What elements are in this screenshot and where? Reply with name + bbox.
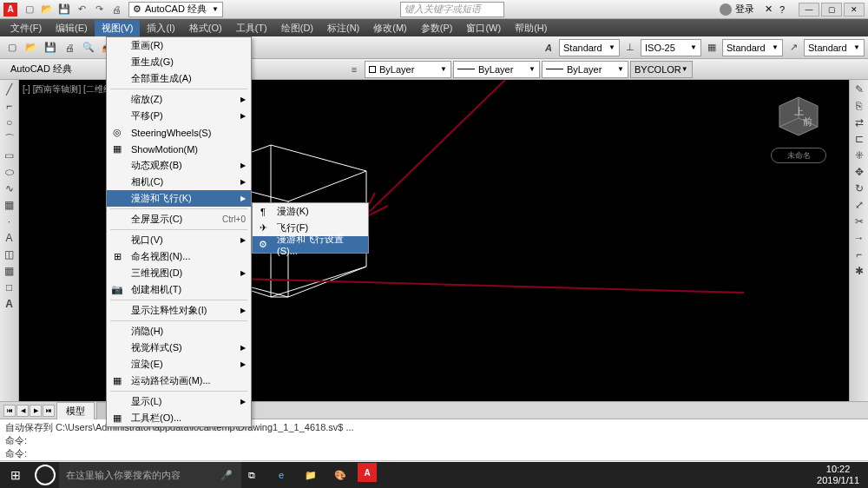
qat-save-icon[interactable]: 💾 [56, 2, 72, 17]
menu-item-运动路径动画(M)...[interactable]: ▦运动路径动画(M)... [107, 373, 251, 389]
explode-icon[interactable]: ✱ [852, 263, 867, 279]
menu-item-SteeringWheels(S)[interactable]: ◎SteeringWheels(S) [107, 124, 251, 141]
menu-item-平移(P)[interactable]: 平移(P)▶ [107, 108, 251, 124]
menu-item-显示(L)[interactable]: 显示(L)▶ [107, 393, 251, 410]
erase-icon[interactable]: ✎ [852, 82, 867, 97]
taskview-icon[interactable]: ⧉ [240, 463, 264, 487]
new-icon[interactable]: ▢ [3, 39, 21, 56]
qat-undo-icon[interactable]: ↶ [74, 2, 89, 17]
menu-item-重画(R)[interactable]: 重画(R) [107, 37, 251, 54]
submenu-item-漫游(K)[interactable]: ¶漫游(K) [253, 203, 368, 220]
taskbar-search-input[interactable]: 在这里输入你要搜索的内容 [59, 462, 241, 488]
copy2-icon[interactable]: ⎘ [852, 98, 867, 114]
menu-item-相机(C)[interactable]: 相机(C)▶ [107, 174, 251, 190]
trim-icon[interactable]: ✂ [852, 214, 867, 229]
menu-help[interactable]: 帮助(H) [508, 20, 554, 36]
menu-dim[interactable]: 标注(N) [320, 20, 366, 36]
tab-model[interactable]: 模型 [56, 402, 95, 419]
table-style-dropdown[interactable]: Standard▼ [722, 39, 783, 56]
menu-draw[interactable]: 绘图(D) [274, 20, 320, 36]
menu-edit[interactable]: 编辑(E) [49, 20, 95, 36]
tab-first-icon[interactable]: ⏮ [3, 405, 16, 417]
menu-item-消隐(H)[interactable]: 消隐(H) [107, 323, 251, 340]
lineweight-dropdown[interactable]: ByLayer▼ [542, 61, 628, 78]
dim-style-icon[interactable]: ⊥ [621, 39, 639, 56]
edge-icon[interactable]: e [269, 463, 293, 487]
workspace-selector[interactable]: ⚙ AutoCAD 经典 ▼ [128, 2, 223, 17]
help-icon[interactable]: ? [779, 4, 785, 15]
menu-item-渲染(E)[interactable]: 渲染(E)▶ [107, 356, 251, 373]
move-icon[interactable]: ✥ [852, 164, 867, 180]
scale-icon[interactable]: ⤢ [852, 197, 867, 213]
layer-dropdown[interactable]: ByLayer▼ [365, 61, 451, 78]
polyline-icon[interactable]: ⌐ [2, 98, 17, 114]
text-style-dropdown[interactable]: Standard▼ [559, 39, 620, 56]
menu-file[interactable]: 文件(F) [3, 20, 49, 36]
user-icon[interactable] [720, 3, 732, 16]
menu-format[interactable]: 格式(O) [182, 20, 229, 36]
mleader-style-icon[interactable]: ↗ [785, 39, 802, 56]
dim-style-dropdown[interactable]: ISO-25▼ [641, 39, 701, 56]
text-icon[interactable]: A [2, 230, 17, 246]
menu-item-显示注释性对象(I)[interactable]: 显示注释性对象(I)▶ [107, 302, 251, 319]
maximize-button[interactable]: ▢ [821, 3, 842, 16]
text-style-icon[interactable]: A [540, 39, 557, 56]
layer-icon[interactable]: ≡ [345, 61, 363, 78]
menu-item-创建相机(T)[interactable]: 📷创建相机(T) [107, 281, 251, 298]
explorer-icon[interactable]: 📁 [299, 463, 323, 487]
block-icon[interactable]: □ [2, 280, 17, 295]
compass[interactable]: 未命名 [771, 148, 826, 163]
open-icon[interactable]: 📂 [23, 39, 40, 56]
arc-icon[interactable]: ⌒ [2, 131, 17, 147]
menu-param[interactable]: 参数(P) [414, 20, 460, 36]
rotate-icon[interactable]: ↻ [852, 181, 867, 196]
start-button[interactable]: ⊞ [0, 462, 31, 488]
menu-item-工具栏(O)...[interactable]: ▦工具栏(O)... [107, 410, 251, 426]
linetype-dropdown[interactable]: ByLayer▼ [453, 61, 540, 78]
menu-item-全部重生成(A)[interactable]: 全部重生成(A) [107, 70, 251, 87]
menu-item-视觉样式(S)[interactable]: 视觉样式(S)▶ [107, 340, 251, 356]
save-icon[interactable]: 💾 [42, 39, 59, 56]
menu-item-动态观察(B)[interactable]: 动态观察(B)▶ [107, 157, 251, 174]
region-icon[interactable]: ◫ [2, 247, 17, 262]
offset-icon[interactable]: ⊏ [852, 131, 867, 147]
circle-icon[interactable]: ○ [2, 115, 17, 130]
login-label[interactable]: 登录 [735, 3, 754, 16]
qat-new-icon[interactable]: ▢ [22, 2, 37, 17]
menu-item-重生成(G)[interactable]: 重生成(G) [107, 54, 251, 70]
menu-item-命名视图(N)...[interactable]: ⊞命名视图(N)... [107, 248, 251, 265]
menu-window[interactable]: 窗口(W) [459, 20, 508, 36]
rectangle-icon[interactable]: ▭ [2, 148, 17, 163]
view-cube[interactable]: 上 前 [773, 90, 825, 142]
menu-tools[interactable]: 工具(T) [229, 20, 274, 36]
system-clock[interactable]: 10:22 2019/1/11 [808, 464, 868, 486]
menu-modify[interactable]: 修改(M) [366, 20, 414, 36]
menu-item-三维视图(D)[interactable]: 三维视图(D)▶ [107, 265, 251, 281]
close-button[interactable]: ✕ [844, 3, 865, 16]
preview-icon[interactable]: 🔍 [80, 39, 97, 56]
help-search-input[interactable]: 键入关键字或短语 [400, 2, 504, 17]
color-dropdown[interactable]: BYCOLOR▼ [630, 61, 693, 78]
submenu-item-漫游和飞行设置(S)...[interactable]: ⚙漫游和飞行设置(S)... [253, 236, 368, 253]
menu-item-全屏显示(C)[interactable]: 全屏显示(C)Ctrl+0 [107, 211, 251, 228]
qat-redo-icon[interactable]: ↷ [91, 2, 107, 17]
menu-insert[interactable]: 插入(I) [140, 20, 181, 36]
hatch-icon[interactable]: ▦ [2, 197, 17, 213]
spline-icon[interactable]: ∿ [2, 181, 17, 196]
menu-item-视口(V)[interactable]: 视口(V)▶ [107, 232, 251, 248]
app1-icon[interactable]: 🎨 [328, 463, 352, 487]
table-icon[interactable]: ▦ [2, 263, 17, 279]
menu-item-ShowMotion(M)[interactable]: ▦ShowMotion(M) [107, 141, 251, 157]
task-mic-icon[interactable]: 🎤 [220, 470, 233, 481]
mtext-icon[interactable]: A [2, 296, 17, 312]
ellipse-icon[interactable]: ⬭ [2, 164, 17, 180]
tab-last-icon[interactable]: ⏭ [43, 405, 55, 417]
menu-item-缩放(Z)[interactable]: 缩放(Z)▶ [107, 91, 251, 108]
array-icon[interactable]: ⁜ [852, 148, 867, 163]
exchange-icon[interactable]: ✕ [765, 3, 773, 15]
tab-prev-icon[interactable]: ◀ [16, 405, 29, 417]
mirror-icon[interactable]: ⇄ [852, 115, 867, 130]
app-icon[interactable]: A [3, 3, 17, 16]
mleader-style-dropdown[interactable]: Standard▼ [804, 39, 865, 56]
table-style-icon[interactable]: ▦ [703, 39, 720, 56]
